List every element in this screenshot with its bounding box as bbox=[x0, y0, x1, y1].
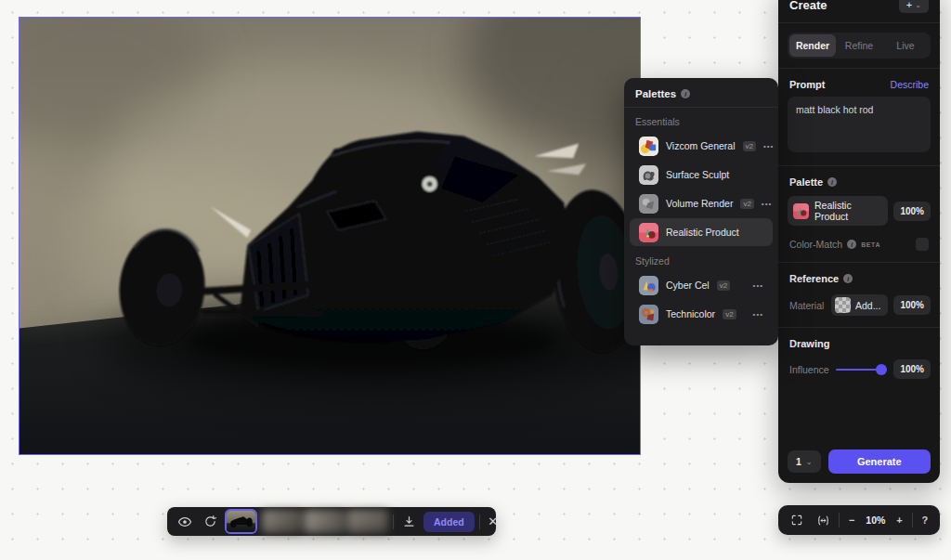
zoom-in-button[interactable]: + bbox=[892, 514, 905, 526]
divider bbox=[839, 513, 840, 527]
beta-badge: BETA bbox=[861, 241, 880, 248]
tab-render[interactable]: Render bbox=[789, 34, 836, 57]
prompt-label: Prompt bbox=[789, 79, 826, 90]
describe-link[interactable]: Describe bbox=[891, 79, 929, 90]
prompt-header: Prompt Describe bbox=[778, 69, 940, 97]
blurred-thumbnail[interactable] bbox=[347, 510, 388, 533]
palette-item-label: Volume Render bbox=[666, 198, 733, 209]
divider bbox=[778, 22, 940, 23]
zoom-out-button[interactable]: − bbox=[845, 514, 858, 526]
influence-value-chip[interactable]: 100% bbox=[893, 359, 931, 379]
create-panel-title: Create bbox=[789, 0, 827, 12]
create-panel-footer: 1 ⌄ Generate bbox=[778, 449, 940, 474]
fit-to-screen-button[interactable] bbox=[813, 510, 833, 530]
volume-render-icon bbox=[639, 194, 658, 214]
palettes-popover: Palettes i Essentials Vizcom General v2 … bbox=[624, 78, 778, 345]
reference-header: Reference i bbox=[778, 263, 940, 291]
palette-info-icon[interactable]: i bbox=[827, 177, 837, 187]
palette-row: Realistic Product 100% bbox=[778, 194, 940, 235]
drawing-label: Drawing bbox=[789, 338, 829, 349]
fullscreen-icon bbox=[790, 514, 803, 527]
version-badge: v2 bbox=[717, 280, 730, 291]
tab-live[interactable]: Live bbox=[882, 34, 929, 57]
palettes-section-stylized: Stylized bbox=[624, 247, 778, 270]
tab-refine[interactable]: Refine bbox=[836, 34, 882, 57]
more-options-icon[interactable]: ••• bbox=[762, 200, 772, 208]
zoom-level-value[interactable]: 10% bbox=[864, 514, 887, 526]
color-match-info-icon[interactable]: i bbox=[847, 240, 856, 249]
palette-item-realistic-product[interactable]: Realistic Product ••• bbox=[630, 218, 773, 246]
redo-icon bbox=[203, 514, 217, 528]
create-panel: Create + ⌄ Render Refine Live Prompt Des… bbox=[778, 0, 940, 483]
selected-generation-thumbnail[interactable] bbox=[225, 509, 257, 534]
plus-icon: + bbox=[906, 0, 912, 10]
palette-item-label: Realistic Product bbox=[666, 227, 739, 238]
divider bbox=[393, 514, 394, 529]
add-layer-button[interactable]: + ⌄ bbox=[899, 0, 929, 13]
divider bbox=[479, 514, 480, 529]
chevron-down-icon: ⌄ bbox=[915, 1, 921, 9]
close-icon[interactable]: ✕ bbox=[485, 515, 502, 527]
drawing-header: Drawing bbox=[778, 328, 940, 356]
generation-action-bar: Added ✕ bbox=[167, 507, 496, 536]
palette-item-label: Cyber Cel bbox=[666, 280, 710, 291]
batch-count-dropdown[interactable]: 1 ⌄ bbox=[788, 450, 821, 473]
cyber-cel-icon bbox=[639, 276, 658, 295]
more-options-icon[interactable]: ••• bbox=[753, 281, 763, 290]
version-badge: v2 bbox=[743, 141, 756, 151]
added-status-badge[interactable]: Added bbox=[423, 512, 475, 532]
reference-info-icon[interactable]: i bbox=[843, 274, 853, 283]
palette-item-label: Vizcom General bbox=[666, 140, 736, 151]
color-match-checkbox[interactable] bbox=[916, 238, 929, 251]
help-button[interactable]: ? bbox=[918, 514, 931, 526]
fit-width-icon bbox=[816, 514, 830, 527]
download-button[interactable] bbox=[398, 512, 419, 532]
more-options-icon[interactable]: ••• bbox=[753, 310, 763, 319]
material-strength-chip[interactable]: 100% bbox=[893, 295, 931, 315]
palettes-info-icon[interactable]: i bbox=[681, 89, 690, 98]
palette-item-label: Surface Sculpt bbox=[666, 169, 729, 180]
influence-slider[interactable] bbox=[836, 364, 888, 375]
vizcom-general-icon bbox=[639, 137, 658, 156]
palette-item-technicolor[interactable]: Technicolor v2 ••• bbox=[630, 300, 773, 328]
add-material-label: Add... bbox=[855, 300, 880, 311]
technicolor-icon bbox=[639, 305, 658, 324]
palette-select-button[interactable]: Realistic Product bbox=[788, 196, 888, 226]
slider-knob[interactable] bbox=[876, 364, 887, 375]
reference-label: Reference bbox=[789, 273, 839, 284]
influence-label: Influence bbox=[788, 364, 829, 375]
palette-item-cyber-cel[interactable]: Cyber Cel v2 ••• bbox=[630, 271, 773, 299]
eye-icon bbox=[177, 514, 192, 529]
blurred-thumbnail[interactable] bbox=[305, 510, 345, 533]
realistic-product-icon bbox=[793, 203, 809, 219]
palette-item-volume-render[interactable]: Volume Render v2 ••• bbox=[630, 189, 773, 217]
hot-rod-render bbox=[20, 18, 640, 454]
realistic-product-icon bbox=[639, 223, 658, 242]
create-panel-header: Create + ⌄ bbox=[778, 0, 940, 22]
surface-sculpt-icon bbox=[639, 165, 658, 185]
palette-item-surface-sculpt[interactable]: Surface Sculpt ••• bbox=[630, 161, 773, 189]
blurred-thumbnail[interactable] bbox=[262, 510, 303, 533]
palette-select-label: Realistic Product bbox=[814, 200, 882, 222]
palette-item-vizcom-general[interactable]: Vizcom General v2 ••• bbox=[630, 132, 773, 160]
influence-row: Influence 100% bbox=[778, 356, 940, 388]
visibility-toggle-button[interactable] bbox=[175, 512, 195, 532]
more-options-icon[interactable]: ••• bbox=[763, 142, 774, 150]
add-material-button[interactable]: Add... bbox=[831, 294, 888, 316]
canvas-image[interactable] bbox=[19, 17, 641, 455]
palettes-title: Palettes bbox=[635, 88, 676, 99]
palette-item-label: Technicolor bbox=[666, 308, 715, 319]
blurred-generation-thumbnails[interactable] bbox=[262, 510, 388, 533]
generate-button[interactable]: Generate bbox=[828, 449, 931, 474]
palette-header: Palette i bbox=[778, 166, 940, 194]
material-label: Material bbox=[788, 300, 826, 311]
divider bbox=[912, 513, 913, 527]
prompt-input[interactable]: matt black hot rod bbox=[788, 97, 931, 152]
regenerate-button[interactable] bbox=[200, 512, 220, 532]
color-match-row: Color-Match i BETA bbox=[778, 235, 940, 262]
palette-strength-chip[interactable]: 100% bbox=[893, 202, 931, 221]
material-row: Material Add... 100% bbox=[778, 291, 940, 327]
fullscreen-button[interactable] bbox=[787, 510, 807, 530]
color-match-label: Color-Match bbox=[789, 239, 842, 250]
version-badge: v2 bbox=[723, 309, 736, 319]
